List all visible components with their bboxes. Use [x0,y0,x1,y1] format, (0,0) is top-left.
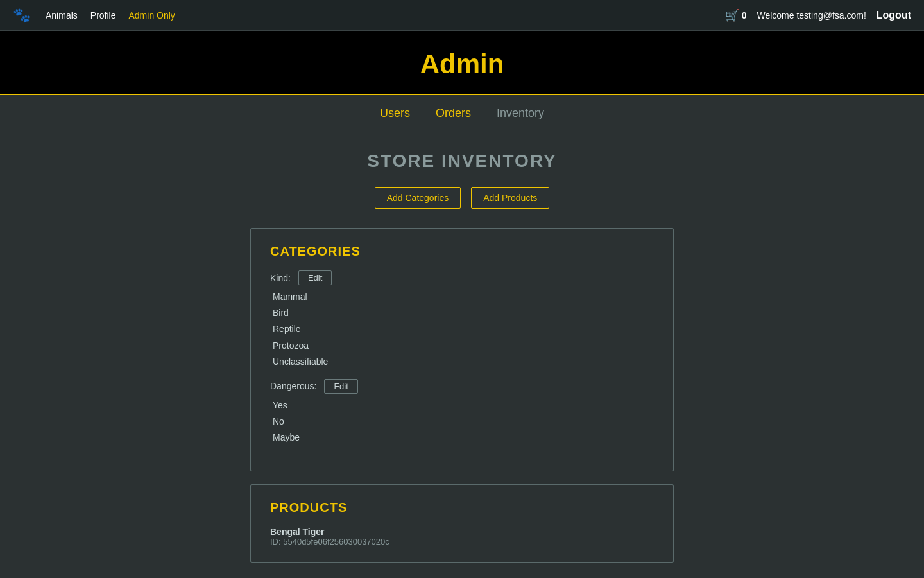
edit-dangerous-button[interactable]: Edit [324,379,357,394]
category-dangerous-text: Dangerous: [270,381,316,391]
navbar-link-profile[interactable]: Profile [90,10,116,21]
logout-link[interactable]: Logout [877,10,911,21]
sub-nav-orders[interactable]: Orders [436,107,471,120]
sub-nav: Users Orders Inventory [0,95,924,132]
kind-items: Mammal Bird Reptile Protozoa Unclassifia… [270,289,654,370]
edit-kind-button[interactable]: Edit [298,270,332,285]
products-card-title: PRODUCTS [270,500,654,515]
product-name: Bengal Tiger [270,527,654,537]
main-content: STORE INVENTORY Add Categories Add Produ… [0,132,924,578]
cart-area[interactable]: 🛒 0 [725,8,747,22]
category-kind-text: Kind: [270,273,291,283]
sub-nav-inventory[interactable]: Inventory [497,107,544,120]
list-item: Protozoa [273,338,654,354]
sub-nav-users[interactable]: Users [380,107,410,120]
category-group-kind: Kind: Edit Mammal Bird Reptile Protozoa … [270,270,654,370]
list-item: Yes [273,398,654,414]
brand: 🐾 [13,7,33,24]
section-title: STORE INVENTORY [367,151,557,171]
cart-count: 0 [742,10,747,21]
category-dangerous-label: Dangerous: Edit [270,379,654,394]
navbar-link-admin-only[interactable]: Admin Only [128,10,175,21]
categories-card: CATEGORIES Kind: Edit Mammal Bird Reptil… [250,228,674,471]
navbar-link-animals[interactable]: Animals [46,10,78,21]
navbar-links: Animals Profile Admin Only [46,10,175,21]
navbar: 🐾 Animals Profile Admin Only 🛒 0 Welcome… [0,0,924,31]
list-item: Mammal [273,289,654,305]
list-item: Maybe [273,430,654,446]
products-card: PRODUCTS Bengal Tiger ID: 5540d5fe06f256… [250,484,674,563]
admin-header: Admin [0,31,924,95]
dangerous-items: Yes No Maybe [270,398,654,446]
list-item: Bird [273,305,654,321]
admin-title: Admin [0,49,924,80]
paw-icon: 🐾 [13,7,30,24]
action-buttons: Add Categories Add Products [375,187,550,209]
add-products-button[interactable]: Add Products [471,187,549,209]
list-item: No [273,414,654,430]
navbar-right: 🛒 0 Welcome testing@fsa.com! Logout [725,8,911,22]
list-item: Unclassifiable [273,354,654,370]
cart-icon: 🛒 [725,8,739,22]
list-item: Reptile [273,321,654,337]
categories-card-title: CATEGORIES [270,244,654,259]
category-group-dangerous: Dangerous: Edit Yes No Maybe [270,379,654,446]
product-entry: Bengal Tiger ID: 5540d5fe06f256030037020… [270,527,654,547]
add-categories-button[interactable]: Add Categories [375,187,461,209]
welcome-text: Welcome testing@fsa.com! [757,10,866,21]
product-id: ID: 5540d5fe06f256030037020c [270,537,654,547]
category-kind-label: Kind: Edit [270,270,654,285]
